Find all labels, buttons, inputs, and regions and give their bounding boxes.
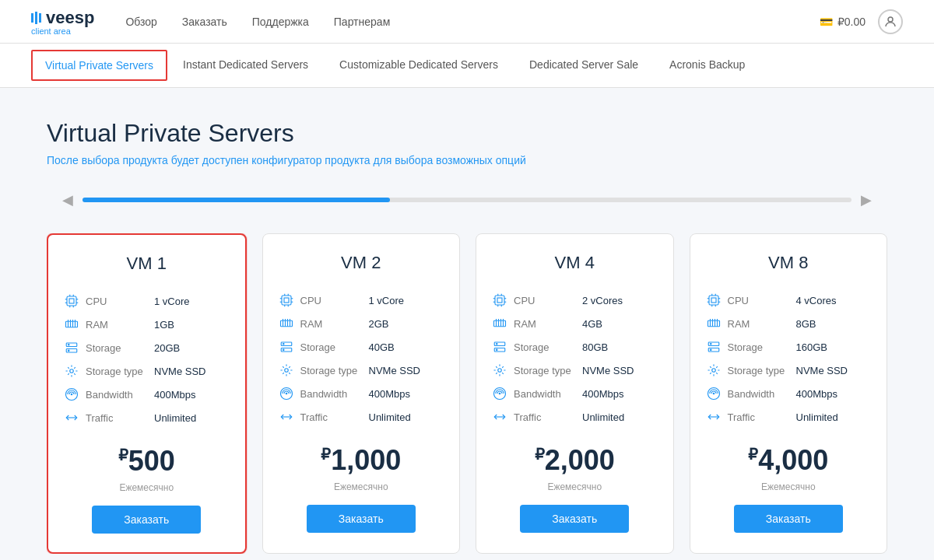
spec-value: 2GB (369, 318, 389, 330)
card-specs: CPU1 vCoreRAM2GBStorage40GBStorage typeN… (279, 289, 444, 429)
price-value: ₽2,000 (535, 444, 615, 477)
bw-icon (64, 387, 79, 402)
card-title: VM 1 (127, 254, 167, 274)
svg-point-105 (711, 369, 715, 373)
product-slider: ◀ ▶ (47, 191, 887, 208)
nav-item-поддержка[interactable]: Поддержка (252, 16, 309, 28)
spec-value: 1 vCore (369, 295, 405, 306)
spec-label: RAM (728, 318, 790, 330)
bw-icon (279, 386, 294, 401)
price-container: ₽500 (118, 445, 175, 478)
spec-row-stype: Storage typeNVMe SSD (706, 359, 872, 382)
spec-row-storage: Storage80GB (492, 335, 658, 359)
svg-rect-29 (284, 298, 289, 303)
svg-rect-55 (495, 296, 504, 305)
balance-display: 💳 ₽0.00 (820, 16, 866, 28)
spec-value: 8GB (796, 318, 816, 330)
spec-row-ram: RAM1GB (64, 313, 230, 336)
spec-value: 4 vCores (796, 295, 837, 306)
svg-rect-92 (708, 320, 719, 327)
header: veesp client area ОбзорЗаказатьПоддержка… (0, 0, 934, 44)
logo-lines-icon (31, 12, 41, 24)
svg-point-77 (497, 349, 498, 351)
order-button-vm1[interactable]: Заказать (92, 506, 201, 534)
spec-row-ram: RAM2GB (279, 312, 444, 335)
cpu-icon (64, 293, 79, 309)
tab-1[interactable]: Instant Dedicated Servers (167, 44, 324, 86)
svg-rect-82 (709, 296, 718, 305)
order-button-vm8[interactable]: Заказать (734, 505, 843, 533)
stype-icon (492, 362, 507, 378)
currency-symbol: ₽ (535, 446, 545, 463)
bw-icon (706, 386, 722, 401)
svg-rect-11 (66, 321, 78, 327)
svg-point-78 (498, 369, 502, 373)
svg-rect-56 (497, 298, 502, 303)
spec-value: 80GB (582, 341, 608, 353)
spec-value: 4GB (582, 318, 602, 330)
price-period: Ежемесячно (119, 482, 174, 493)
spec-row-traffic: TrafficUnlimited (64, 406, 230, 429)
storage-icon (492, 339, 507, 355)
tab-3[interactable]: Dedicated Server Sale (514, 44, 654, 86)
spec-value: NVMe SSD (154, 366, 205, 377)
svg-point-22 (68, 345, 70, 346)
credit-card-icon: 💳 (820, 16, 833, 28)
spec-value: 400Mbps (369, 388, 410, 400)
spec-label: CPU (300, 295, 363, 306)
spec-label: Bandwidth (300, 388, 363, 400)
spec-value: Unlimited (582, 411, 624, 423)
logo[interactable]: veesp client area (31, 8, 94, 36)
svg-point-24 (70, 369, 74, 373)
spec-row-cpu: CPU1 vCore (64, 289, 230, 313)
spec-label: RAM (514, 318, 576, 330)
spec-label: RAM (86, 319, 148, 331)
spec-row-traffic: TrafficUnlimited (706, 405, 872, 429)
nav-item-партнерам[interactable]: Партнерам (334, 16, 390, 28)
price-container: ₽1,000 (321, 444, 401, 477)
spec-label: Bandwidth (514, 388, 576, 400)
spec-label: Storage (86, 342, 148, 354)
svg-rect-1 (67, 296, 76, 306)
header-left: veesp client area ОбзорЗаказатьПоддержка… (31, 8, 390, 36)
cpu-icon (279, 292, 294, 308)
tab-0[interactable]: Virtual Private Servers (31, 50, 167, 81)
svg-rect-38 (280, 320, 292, 327)
spec-value: NVMe SSD (796, 365, 848, 376)
price-container: ₽4,000 (748, 444, 828, 477)
storage-icon (64, 340, 79, 355)
product-card-vm1: VM 1CPU1 vCoreRAM1GBStorage20GBStorage t… (47, 233, 247, 554)
svg-point-80 (499, 393, 500, 394)
nav-item-заказать[interactable]: Заказать (182, 16, 227, 28)
slider-track (83, 198, 851, 202)
spec-label: Traffic (300, 411, 363, 423)
spec-value: 160GB (796, 341, 827, 353)
svg-rect-28 (282, 296, 291, 305)
spec-label: RAM (300, 318, 363, 330)
slider-left-arrow[interactable]: ◀ (62, 191, 73, 208)
tab-4[interactable]: Acronis Backup (654, 44, 760, 86)
spec-row-bw: Bandwidth400Mbps (279, 382, 444, 405)
spec-label: Traffic (514, 411, 576, 423)
user-account-icon[interactable] (878, 9, 903, 34)
spec-label: CPU (728, 295, 790, 306)
card-title: VM 4 (555, 253, 595, 273)
price-value: ₽4,000 (748, 444, 828, 477)
price-container: ₽2,000 (535, 444, 615, 477)
spec-label: Traffic (86, 412, 148, 424)
tab-2[interactable]: Customizable Dedicated Servers (324, 44, 514, 86)
ram-icon (492, 316, 507, 331)
spec-row-cpu: CPU2 vCores (492, 289, 658, 312)
spec-row-traffic: TrafficUnlimited (279, 405, 444, 429)
svg-point-23 (68, 350, 70, 352)
order-button-vm2[interactable]: Заказать (307, 505, 416, 533)
slider-right-arrow[interactable]: ▶ (861, 191, 872, 208)
spec-label: CPU (86, 296, 148, 307)
balance-amount: ₽0.00 (837, 16, 866, 28)
order-button-vm4[interactable]: Заказать (520, 505, 629, 533)
tabs-bar: Virtual Private ServersInstant Dedicated… (0, 44, 934, 88)
traffic-icon (492, 409, 507, 425)
product-card-vm2: VM 2CPU1 vCoreRAM2GBStorage40GBStorage t… (262, 233, 461, 554)
nav-item-обзор[interactable]: Обзор (125, 16, 156, 28)
spec-label: Bandwidth (86, 389, 148, 401)
